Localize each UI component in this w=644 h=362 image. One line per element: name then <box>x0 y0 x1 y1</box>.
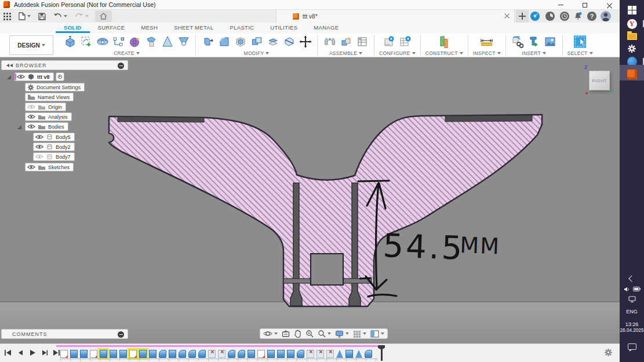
model-viewport[interactable]: 54.5 MM BROWSER ttt v8 <box>0 57 620 343</box>
create-group-label[interactable]: CREATE <box>114 50 134 56</box>
activate-component-radio[interactable] <box>56 72 64 81</box>
collapse-panel-icon[interactable] <box>6 64 13 67</box>
measure-icon[interactable] <box>479 35 494 49</box>
configure-group-label[interactable]: CONFIGURE <box>379 50 410 56</box>
visibility-eye-icon[interactable] <box>35 144 43 149</box>
view-cube-face[interactable]: RIGHT <box>589 71 610 90</box>
visibility-eye-off-icon[interactable] <box>27 104 35 109</box>
timeline-feature-delete[interactable] <box>208 350 216 358</box>
timeline-feature-sketch[interactable] <box>60 350 68 358</box>
bom-table-icon[interactable] <box>355 35 369 49</box>
assemble-group-label[interactable]: ASSEMBLE <box>329 50 357 56</box>
offset-face-icon[interactable] <box>265 35 280 49</box>
help-icon[interactable]: ? <box>587 12 596 21</box>
browser-row-body5[interactable]: Body5 <box>33 133 75 141</box>
timeline-feature-delete[interactable] <box>218 350 225 358</box>
tab-utilities[interactable]: UTILITIES <box>262 23 305 33</box>
restore-button[interactable] <box>579 1 591 10</box>
extensions-icon[interactable] <box>530 12 540 21</box>
document-tab[interactable]: ttt v8* <box>276 10 515 23</box>
create-sketch-icon[interactable] <box>79 35 93 49</box>
display-settings-icon[interactable] <box>335 330 349 338</box>
job-status-icon[interactable] <box>545 12 555 21</box>
skip-to-start-icon[interactable] <box>3 348 12 357</box>
clock-time[interactable]: 13:26 <box>620 321 644 327</box>
select-cursor-icon[interactable] <box>573 35 587 49</box>
fillet-icon[interactable] <box>217 35 231 49</box>
skip-to-end-icon[interactable] <box>52 348 61 357</box>
tab-close-icon[interactable] <box>504 13 510 19</box>
timeline-feature-extrude[interactable] <box>277 350 285 358</box>
timeline-feature-extrude[interactable] <box>100 350 107 358</box>
timeline-feature-draft[interactable] <box>355 350 362 358</box>
modify-group-label[interactable]: MODIFY <box>244 50 264 56</box>
tab-mesh[interactable]: MESH <box>133 23 166 33</box>
save-icon[interactable] <box>37 10 47 22</box>
visibility-eye-icon[interactable] <box>27 114 35 119</box>
sweep-icon[interactable] <box>176 35 191 49</box>
user-avatar[interactable] <box>601 11 611 21</box>
browser-panel-header[interactable]: BROWSER <box>1 60 128 70</box>
browser-row-sketches[interactable]: Sketches <box>17 163 74 171</box>
step-back-icon[interactable] <box>16 348 24 357</box>
multiple-views-icon[interactable] <box>370 330 384 338</box>
close-button[interactable] <box>603 1 615 10</box>
expander-closed-icon[interactable] <box>17 104 23 109</box>
file-menu-icon[interactable] <box>17 10 32 22</box>
new-tab-button[interactable] <box>516 10 529 23</box>
timeline-feature-fillet[interactable] <box>179 350 186 358</box>
timeline-feature-extrude[interactable] <box>169 350 176 358</box>
move-copy-icon[interactable] <box>298 35 312 49</box>
insert-mcmaster-icon[interactable] <box>527 35 541 49</box>
combine-icon[interactable] <box>249 35 264 49</box>
configuration-icon[interactable] <box>382 35 396 49</box>
timeline-feature-sketch[interactable] <box>257 350 265 358</box>
minimize-button[interactable] <box>555 1 566 10</box>
inspect-group-label[interactable]: INSPECT <box>473 50 496 56</box>
browser-row-named-views[interactable]: Named Views <box>17 93 74 101</box>
timeline-settings-gear-icon[interactable] <box>604 348 613 359</box>
revolve-icon[interactable] <box>95 35 110 49</box>
visibility-eye-icon[interactable] <box>35 134 43 140</box>
timeline-feature-extrude[interactable] <box>119 350 127 358</box>
windows-start-button[interactable] <box>620 3 644 16</box>
file-explorer-icon[interactable] <box>620 29 644 42</box>
primitive-cone-icon[interactable] <box>160 35 174 49</box>
timeline-feature-delete[interactable] <box>326 350 334 358</box>
expander-closed-icon[interactable] <box>17 94 23 100</box>
timeline-feature-extrude[interactable] <box>70 350 78 358</box>
create-form-icon[interactable] <box>128 35 142 49</box>
zoom-icon[interactable] <box>305 330 314 338</box>
expander-closed-icon[interactable] <box>17 114 23 119</box>
timeline-feature-fillet[interactable] <box>365 350 372 358</box>
view-cube[interactable]: Z RIGHT <box>583 65 613 96</box>
comments-panel-header[interactable]: COMMENTS <box>1 329 128 339</box>
tray-icons[interactable] <box>620 285 644 293</box>
pan-icon[interactable] <box>294 330 301 338</box>
clock-date[interactable]: 28.04.2025 <box>620 328 644 333</box>
expander-open-icon[interactable] <box>7 74 12 79</box>
tab-sheet-metal[interactable]: SHEET METAL <box>166 23 221 33</box>
tab-solid[interactable]: SOLID <box>56 23 90 33</box>
timeline-feature-extrude[interactable] <box>110 350 117 358</box>
tab-surface[interactable]: SURFACE <box>90 23 133 33</box>
press-pull-icon[interactable] <box>201 35 215 49</box>
browser-row-origin[interactable]: Origin <box>17 103 66 111</box>
timeline-feature-extrude[interactable] <box>80 350 88 358</box>
tab-manage[interactable]: MANAGE <box>305 23 347 33</box>
timeline-feature-fillet[interactable] <box>297 350 304 358</box>
design-workspace-button[interactable]: DESIGN <box>9 35 53 55</box>
derive-sketch-icon[interactable] <box>111 35 126 49</box>
visibility-eye-icon[interactable] <box>17 74 25 79</box>
construction-plane-icon[interactable] <box>437 35 452 49</box>
tab-plastic[interactable]: PLASTIC <box>222 23 263 33</box>
grid-layout-icon[interactable] <box>353 330 366 338</box>
visibility-eye-icon[interactable] <box>27 124 35 129</box>
expander-closed-icon[interactable] <box>17 164 23 170</box>
insert-derive-icon[interactable] <box>511 35 525 49</box>
browser-row-document-settings[interactable]: Document Settings <box>17 83 85 92</box>
loft-icon[interactable] <box>144 35 158 49</box>
timeline-feature-fillet[interactable] <box>159 350 166 358</box>
undo-icon[interactable] <box>52 10 68 22</box>
timeline-feature-delete[interactable] <box>316 350 324 358</box>
